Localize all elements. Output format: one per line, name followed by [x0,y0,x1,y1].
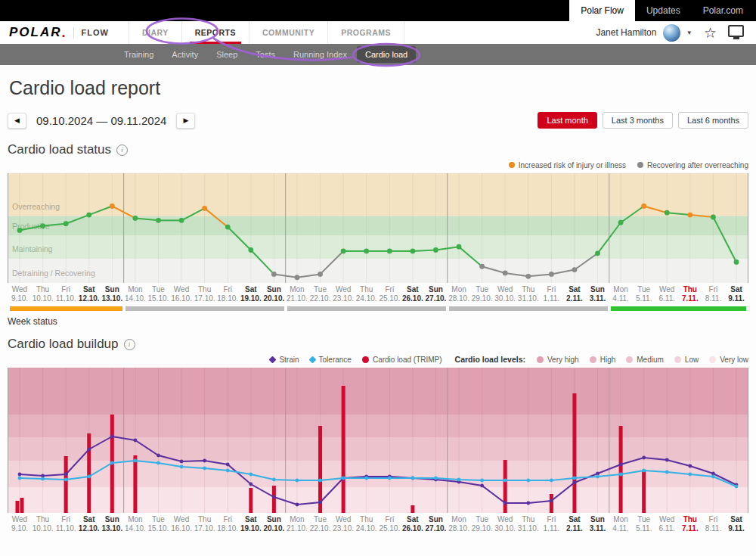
buildup-x-axis: Wed9.10.Thu10.10.Fri11.10.Sat12.10.Sun13… [8,515,748,534]
buildup-chart-svg [8,368,748,513]
nav-item-programs[interactable]: PROGRAMS [327,21,404,44]
week-status-segment [449,306,608,311]
section-title-cardio-load-status: Cardio load status [8,142,111,157]
range-buttons: Last monthLast 3 monthsLast 6 months [538,112,748,129]
info-icon[interactable]: i [124,339,135,350]
cardio-load-buildup-chart [8,368,748,513]
avatar[interactable] [663,24,680,42]
last-3-months-button[interactable]: Last 3 months [603,112,673,129]
subnav-item-training[interactable]: Training [116,46,162,63]
legend-item-increased-risk-of-injury-or-illness: Increased risk of injury or illness [509,161,626,169]
display-icon[interactable] [728,25,744,37]
sub-nav: TrainingActivitySleepTestsRunning IndexC… [0,44,756,65]
chevron-down-icon[interactable]: ▾ [687,29,691,36]
band-label-overreaching: Overreaching [12,202,60,211]
divider [73,27,74,38]
week-status-segment [287,306,446,311]
cardio-load-status-section-head: Cardio load status i [8,142,748,157]
legend-item-very-low: Very low [709,356,748,364]
polar-flow-app: Polar FlowUpdatesPolar.com POLAR. FLOW D… [0,0,756,556]
legend-label: Medium [637,356,664,364]
user-name[interactable]: Janet Hamilton [596,27,656,38]
x-axis-date: 9.11. [723,294,750,303]
cardio-load-levels-label: Cardio load levels: [455,355,525,364]
topbar-tab-updates[interactable]: Updates [635,0,692,21]
x-axis-label: Sat9.11. [723,285,750,303]
legend-item-tolerance: Tolerance [310,356,352,364]
legend-item-recovering-after-overreaching: Recovering after overreaching [637,161,748,169]
x-axis-day: Sat [723,285,750,294]
flow-label: FLOW [82,28,109,37]
week-status-segment [10,306,122,311]
legend-item-low: Low [674,356,699,364]
recovering-after-overreaching-dot-icon [637,162,643,168]
low-dot-icon [674,356,681,363]
legend-label: Low [685,356,699,364]
topbar-tab-polar-flow[interactable]: Polar Flow [569,0,635,21]
legend-label: Cardio load (TRIMP) [373,356,442,364]
legend-label: Recovering after overreaching [647,161,748,169]
last-month-button[interactable]: Last month [538,112,596,129]
date-navigation: ◀ 09.10.2024 — 09.11.2024 ▶ Last monthLa… [8,112,748,129]
prev-period-button[interactable]: ◀ [8,113,26,129]
legend-item-medium: Medium [626,356,664,364]
user-area: Janet Hamilton ▾ ☆ [596,21,747,44]
x-axis-date: 9.11. [723,524,750,533]
legend-label: Increased risk of injury or illness [519,161,626,169]
legend-label: Very low [720,356,748,364]
week-status-bars [8,306,748,311]
nav-item-community[interactable]: COMMUNITY [249,21,327,44]
week-status-label: Week status [8,316,748,327]
legend-item-very-high: Very high [537,356,579,364]
medium-dot-icon [626,356,633,363]
date-range: 09.10.2024 — 09.11.2024 [36,114,166,127]
logo-text: POLAR [9,25,62,40]
buildup-levels-legend: Very highHighMediumLowVery low [537,356,748,364]
week-status-segment [125,306,284,311]
cardio-load-trimp-marker-icon [362,356,369,363]
top-bar: Polar FlowUpdatesPolar.com [0,0,756,21]
polar-logo[interactable]: POLAR. [9,21,66,44]
legend-label: Very high [547,356,579,364]
cardio-load-status-chart: OverreachingProductiveMaintainingDetrain… [8,173,748,283]
status-legend: Increased risk of injury or illnessRecov… [8,160,748,170]
page-title: Cardio load report [9,77,748,99]
topbar-tabs: Polar FlowUpdatesPolar.com [569,0,754,21]
cardio-load-buildup-section-head: Cardio load buildup i [8,337,748,352]
x-axis-label: Sat9.11. [723,515,750,533]
legend-item-cardio-load-trimp: Cardio load (TRIMP) [362,356,442,364]
legend-label: Tolerance [319,356,352,364]
main-content: Cardio load report ◀ 09.10.2024 — 09.11.… [0,77,756,534]
subnav-item-activity[interactable]: Activity [163,46,206,63]
high-dot-icon [590,356,596,363]
info-icon[interactable]: i [116,144,128,156]
main-nav: DIARYREPORTSCOMMUNITYPROGRAMS [129,21,404,44]
increased-risk-of-injury-or-illness-dot-icon [509,162,515,168]
buildup-legend: StrainToleranceCardio load (TRIMP) Cardi… [8,354,748,365]
logo-dot: . [62,25,66,41]
legend-item-high: High [590,356,616,364]
section-title-cardio-load-buildup: Cardio load buildup [8,337,119,352]
status-x-axis: Wed9.10.Thu10.10.Fri11.10.Sat12.10.Sun13… [8,285,748,304]
star-icon[interactable]: ☆ [704,26,717,40]
week-status-segment [611,306,746,311]
nav-item-diary[interactable]: DIARY [129,21,181,44]
strain-marker-icon [269,356,277,363]
topbar-tab-polar-com[interactable]: Polar.com [692,0,754,21]
band-label-detraining-recovering: Detraining / Recovering [12,269,95,278]
last-6-months-button[interactable]: Last 6 months [678,112,748,129]
subnav-item-cardio-load[interactable]: Cardio load [357,46,416,63]
header: POLAR. FLOW DIARYREPORTSCOMMUNITYPROGRAM… [0,21,756,44]
subnav-item-tests[interactable]: Tests [247,46,284,63]
band-label-maintaining: Maintaining [12,244,53,253]
subnav-item-sleep[interactable]: Sleep [208,46,246,63]
legend-label: Strain [279,356,299,364]
next-period-button[interactable]: ▶ [176,113,195,129]
legend-item-strain: Strain [270,356,299,364]
very-low-dot-icon [709,356,716,363]
nav-item-reports[interactable]: REPORTS [181,21,249,44]
display-icon-stand [733,37,739,39]
buildup-series-legend: StrainToleranceCardio load (TRIMP) [270,356,442,364]
subnav-item-running-index[interactable]: Running Index [285,46,355,63]
legend-label: High [600,356,616,364]
